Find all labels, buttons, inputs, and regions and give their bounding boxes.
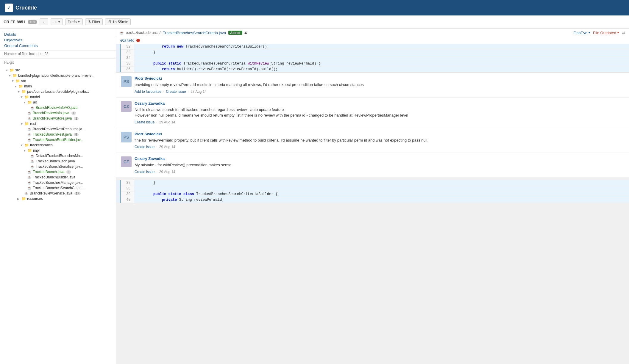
line-code: return builder().reviewPermaId(reviewPer… xyxy=(134,67,629,72)
sidebar-meta: Number of files included: 28 xyxy=(0,51,116,59)
fisheye-button[interactable]: FishEye ▼ xyxy=(573,31,591,35)
arrow-icon: ▼ xyxy=(8,74,11,77)
code-row-32: 32 return new TrackedBranchesSearchCrite… xyxy=(116,44,629,50)
tree-file-trackedbranchrest[interactable]: ▶ ☕ TrackedBranchRest.java 8 xyxy=(2,132,113,137)
file-toolbar: ☕ /src/.../trackedbranch/ TrackedBranche… xyxy=(116,29,629,37)
comment-date-2: 29 Aug 14 xyxy=(159,120,175,124)
comment-author-3[interactable]: Piotr Swiecicki xyxy=(135,132,624,136)
comment-dot xyxy=(136,39,140,42)
tree-label: TrackedBranchRestBuilder.jav... xyxy=(33,138,83,142)
create-issue-link-1[interactable]: Create issue xyxy=(166,90,186,94)
tree-label: TrackedBranchesSearchCriteri... xyxy=(33,186,85,190)
line-marker xyxy=(116,55,120,61)
comment-text-2: Null is ok as we search for all tracked … xyxy=(135,107,624,118)
tree-folder-model[interactable]: ▼ 📁 model xyxy=(2,94,113,100)
tree-folder-impl[interactable]: ▼ 📁 impl xyxy=(2,148,113,153)
tree-file-defaulttracked[interactable]: ▶ ☕ DefaultTrackedBranchesMa... xyxy=(2,153,113,159)
line-marker xyxy=(116,50,120,55)
create-issue-link-3[interactable]: Create issue xyxy=(135,145,154,149)
line-number: 37 xyxy=(120,180,134,186)
tree-file-branchreviewservice[interactable]: ▶ ☕ BranchReviewService.java 17 xyxy=(2,191,113,196)
folder-icon: 📁 xyxy=(10,68,14,72)
prefs-button[interactable]: Prefs ▼ xyxy=(65,18,82,25)
sidebar-item-details[interactable]: Details xyxy=(4,32,112,37)
tree-folder-bundled[interactable]: ▼ 📁 bundled-plugins/bundled/crucible-bra… xyxy=(2,73,113,78)
tree-file-trackedbranch[interactable]: ▶ ☕ TrackedBranch.java 1 xyxy=(2,169,113,175)
comment-author-2[interactable]: Cezary Zawadka xyxy=(135,101,624,106)
comment-date-1: 27 Aug 14 xyxy=(191,90,207,94)
logo-icon: ✓ xyxy=(5,4,13,12)
nav-forward-button[interactable]: → ▼ xyxy=(51,18,63,25)
content-area: ☕ /src/.../trackedbranch/ TrackedBranche… xyxy=(116,29,629,364)
tree-label: impl xyxy=(33,148,40,153)
tree-file-branchreviewinfoao[interactable]: ▶ ☕ BranchReviewInfoAO.java xyxy=(2,105,113,110)
add-to-favourites-link[interactable]: Add to favourites xyxy=(135,90,161,94)
code-table-top: 32 return new TrackedBranchesSearchCrite… xyxy=(116,44,629,72)
create-issue-link-4[interactable]: Create issue xyxy=(135,170,154,174)
folder-icon: 📁 xyxy=(27,148,32,153)
sidebar-item-general-comments[interactable]: General Comments xyxy=(4,43,112,48)
tree-folder-trackedbranch[interactable]: ▼ 📁 trackedbranch xyxy=(2,142,113,148)
comment-text-1: providing null/empty reviewPermaId resul… xyxy=(135,82,624,88)
comment-author-4[interactable]: Cezary Zawadka xyxy=(135,156,624,161)
tree-label: model xyxy=(30,95,40,99)
tree-file-trackedbranchbuilder[interactable]: ▶ ☕ TrackedBranchBuilder.java xyxy=(2,175,113,180)
tree-folder-resources[interactable]: ▶ 📁 resources xyxy=(2,196,113,201)
file-tree: ▼ 📁 src ▼ 📁 bundled-plugins/bundled/cruc… xyxy=(0,66,116,203)
tree-folder-rest[interactable]: ▼ 📁 rest xyxy=(2,121,113,126)
comment-item-1: PS Piotr Swiecicki providing null/empty … xyxy=(116,73,629,98)
folder-icon: 📁 xyxy=(13,73,17,78)
line-marker xyxy=(116,197,120,203)
tree-label: TrackedBranchRest.java xyxy=(33,132,72,136)
folder-icon: 📁 xyxy=(24,143,29,147)
tree-file-branchreviewinfo[interactable]: ▶ ☕ BranchReviewInfo.java 1 xyxy=(2,110,113,116)
tree-file-trackedsearchcriteria[interactable]: ▶ ☕ TrackedBranchesSearchCriteri... xyxy=(2,185,113,191)
comment-body-3: Piotr Swiecicki fine for reviewPermaId p… xyxy=(135,132,624,149)
arrow-icon: ▼ xyxy=(14,85,17,88)
line-marker xyxy=(116,180,120,186)
comment-text-3: fine for reviewPermaId property, but if … xyxy=(135,137,624,143)
line-number: 35 xyxy=(120,61,134,67)
fisheye-dropdown-icon: ▼ xyxy=(588,31,591,34)
tree-folder-main[interactable]: ▼ 📁 main xyxy=(2,84,113,89)
file-icon: ☕ xyxy=(27,117,32,120)
create-issue-link-2[interactable]: Create issue xyxy=(135,120,154,124)
tree-file-trackedserializer[interactable]: ▶ ☕ TrackedBranchSerializer.jav... xyxy=(2,164,113,169)
tree-folder-src2[interactable]: ▼ 📁 src xyxy=(2,78,113,84)
comment-item-4: CZ Cezary Zawadka My mistake - for withR… xyxy=(116,153,629,178)
tree-label: DefaultTrackedBranchesMa... xyxy=(36,154,83,158)
arrow-icon: ▼ xyxy=(20,144,23,147)
line-marker xyxy=(116,44,120,50)
nav-back-button[interactable]: ← xyxy=(40,18,48,25)
filter-button[interactable]: ⚗ Filter xyxy=(85,18,103,25)
code-row-34: 34 xyxy=(116,55,629,61)
line-number: 39 xyxy=(120,191,134,197)
main-layout: Details Objectives General Comments Numb… xyxy=(0,29,629,364)
file-icon: ☕ xyxy=(24,192,29,195)
sidebar-item-objectives[interactable]: Objectives xyxy=(4,37,112,43)
tree-folder-java[interactable]: ▼ 📁 java/com/atlassian/crucible/plugins/… xyxy=(2,89,113,94)
nav-back-icon: ← xyxy=(42,20,46,24)
tree-folder-src[interactable]: ▼ 📁 src xyxy=(2,68,113,73)
tree-file-branchreviewrest[interactable]: ▶ ☕ BranchReviewRestResource.ja... xyxy=(2,126,113,132)
arrow-icon: ▶ xyxy=(17,197,20,200)
tree-file-branchreviewstore[interactable]: ▶ ☕ BranchReviewStore.java 1 xyxy=(2,116,113,121)
subheader: CR-FE-8851 109 ← → ▼ Prefs ▼ ⚗ Filter ⏱ … xyxy=(0,15,629,29)
tree-label: resources xyxy=(27,197,43,201)
tree-file-trackedmanager[interactable]: ▶ ☕ TrackedBranchesManager.jav... xyxy=(2,180,113,185)
code-row-39: 39 public static class TrackedBranchesSe… xyxy=(116,191,629,197)
line-code: return new TrackedBranchesSearchCriteria… xyxy=(134,44,629,50)
commit-hash-link[interactable]: e0a7a4c xyxy=(120,38,134,43)
tree-folder-ao[interactable]: ▼ 📁 ao xyxy=(2,100,113,105)
tree-label: BranchReviewStore.java xyxy=(33,116,72,120)
comment-author-1[interactable]: Piotr Swiecicki xyxy=(135,76,624,81)
file-outdated-button[interactable]: File Outdated ▼ xyxy=(593,31,619,35)
code-row-33: 33 } xyxy=(116,50,629,55)
tree-label: TrackedBranchesManager.jav... xyxy=(33,181,83,185)
arrow-icon: ▼ xyxy=(23,149,26,152)
tree-file-trackedbranchrestbuilder[interactable]: ▶ ☕ TrackedBranchRestBuilder.jav... xyxy=(2,137,113,142)
tree-file-trackedjson[interactable]: ▶ ☕ TrackedBranchJson.java xyxy=(2,159,113,164)
time-button[interactable]: ⏱ 1h 55min xyxy=(105,18,130,25)
file-name-link[interactable]: TrackedBranchesSearchCriteria.java xyxy=(163,31,226,35)
tree-label: TrackedBranch.java xyxy=(33,170,64,174)
